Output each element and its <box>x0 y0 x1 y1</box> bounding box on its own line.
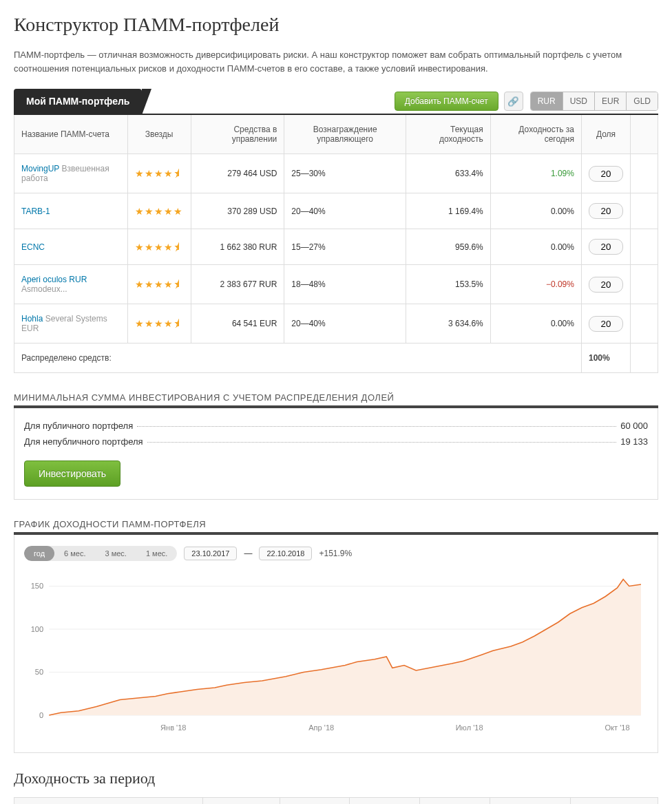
min-private-label: Для непубличного портфеля <box>24 436 143 447</box>
col-stars[interactable]: Звезды <box>127 114 191 154</box>
return-chart[interactable]: 050100150Янв '18Апр '18Июл '18Окт '18 <box>24 571 648 736</box>
add-pamm-button[interactable]: Добавить ПАММ-счет <box>395 92 498 111</box>
link-icon-button[interactable]: 🔗 <box>504 92 523 111</box>
today-cell: −0.09% <box>490 265 581 304</box>
period-col: Срок инвестирования <box>14 798 203 805</box>
fee-cell: 15—27% <box>284 229 406 265</box>
min-invest-heading: МИНИМАЛЬНАЯ СУММА ИНВЕСТИРОВАНИЯ С УЧЕТО… <box>14 392 658 403</box>
invest-box: Для публичного портфеля 60 000 Для непуб… <box>14 408 658 500</box>
stars-icon: ★★★★★ <box>135 206 183 217</box>
intro-text: ПАММ-портфель — отличная возможность див… <box>14 48 658 75</box>
fee-cell: 25—30% <box>284 154 406 193</box>
svg-text:Янв '18: Янв '18 <box>160 723 186 732</box>
date-to[interactable]: 22.10.2018 <box>259 547 312 560</box>
period-col: Сегодня <box>571 798 658 805</box>
page-title: Конструктор ПАММ-портфелей <box>14 14 658 36</box>
return-cell: 3 634.6% <box>406 304 491 343</box>
return-cell: 959.6% <box>406 229 491 265</box>
fee-cell: 20—40% <box>284 193 406 229</box>
period-1мес[interactable]: 1 мес. <box>136 546 177 561</box>
currency-usd[interactable]: USD <box>563 92 595 110</box>
svg-text:150: 150 <box>31 582 43 591</box>
funds-cell: 2 383 677 RUR <box>191 265 284 304</box>
share-input[interactable] <box>589 239 623 255</box>
fee-cell: 20—40% <box>284 304 406 343</box>
period-pills: год6 мес.3 мес.1 мес. <box>24 546 177 561</box>
return-cell: 633.4% <box>406 154 491 193</box>
currency-gld[interactable]: GLD <box>627 92 658 110</box>
col-funds[interactable]: Средства в управлении <box>191 114 284 154</box>
period-col: 6 мес. <box>280 798 350 805</box>
account-link[interactable]: ECNC <box>21 242 45 252</box>
account-link[interactable]: Hohla <box>21 314 43 324</box>
period-col: 3 мес. <box>350 798 420 805</box>
account-link[interactable]: MovingUP <box>21 164 59 173</box>
share-input[interactable] <box>589 316 623 332</box>
stars-icon: ★★★★⯨ <box>135 168 184 179</box>
col-today[interactable]: Доходность за сегодня <box>490 114 581 154</box>
table-row: ECNC ★★★★⯨1 662 380 RUR15—27%959.6%0.00% <box>14 229 658 265</box>
col-return[interactable]: Текущая доходность <box>406 114 491 154</box>
date-from[interactable]: 23.10.2017 <box>184 547 237 560</box>
share-input[interactable] <box>589 277 623 293</box>
min-public-label: Для публичного портфеля <box>24 421 133 431</box>
tab-my-portfolio[interactable]: Мой ПАММ-портфель <box>14 89 142 114</box>
col-name[interactable]: Название ПАММ-счета <box>14 114 128 154</box>
period-col: Год <box>203 798 280 805</box>
distributed-label: Распределено средств: <box>14 343 582 373</box>
svg-text:Апр '18: Апр '18 <box>308 723 334 732</box>
funds-cell: 64 541 EUR <box>191 304 284 343</box>
funds-cell: 370 289 USD <box>191 193 284 229</box>
currency-rur[interactable]: RUR <box>531 92 563 110</box>
currency-tabs: RURUSDEURGLD <box>530 92 658 111</box>
svg-text:50: 50 <box>35 668 43 677</box>
stars-icon: ★★★★⯨ <box>135 318 184 329</box>
period-3мес[interactable]: 3 мес. <box>96 546 136 561</box>
fee-cell: 18—48% <box>284 265 406 304</box>
svg-text:Июл '18: Июл '18 <box>456 723 483 732</box>
return-cell: 153.5% <box>406 265 491 304</box>
accounts-table: Название ПАММ-счета Звезды Средства в уп… <box>14 114 658 373</box>
col-share: Доля <box>581 114 630 154</box>
stars-icon: ★★★★⯨ <box>135 279 184 290</box>
period-table: Срок инвестированияГод6 мес.3 мес.1 мес.… <box>14 797 658 804</box>
col-actions <box>631 114 658 154</box>
period-col: Неделя <box>490 798 571 805</box>
chart-heading: ГРАФИК ДОХОДНОСТИ ПАММ-ПОРТФЕЛЯ <box>14 519 658 529</box>
col-fee[interactable]: Вознаграждение управляющего <box>284 114 406 154</box>
funds-cell: 1 662 380 RUR <box>191 229 284 265</box>
table-row: MovingUP Взвешенная работа★★★★⯨279 464 U… <box>14 154 658 193</box>
stars-icon: ★★★★⯨ <box>135 242 184 253</box>
today-cell: 0.00% <box>490 304 581 343</box>
svg-text:Окт '18: Окт '18 <box>605 723 629 732</box>
account-link[interactable]: Aperi oculos RUR <box>21 275 87 284</box>
distributed-total: 100% <box>581 343 630 373</box>
today-cell: 0.00% <box>490 229 581 265</box>
chart-change: +151.9% <box>319 549 352 558</box>
table-row: TARB-1 ★★★★★370 289 USD20—40%1 169.4%0.0… <box>14 193 658 229</box>
return-cell: 1 169.4% <box>406 193 491 229</box>
min-public-value: 60 000 <box>620 421 648 431</box>
account-sub: Asmodeux... <box>21 284 67 294</box>
invest-button[interactable]: Инвестировать <box>24 461 120 487</box>
table-row: Hohla Several Systems EUR★★★★⯨64 541 EUR… <box>14 304 658 343</box>
period-col: 1 мес. <box>419 798 490 805</box>
period-heading: Доходность за период <box>14 770 658 787</box>
period-6мес[interactable]: 6 мес. <box>54 546 95 561</box>
svg-text:0: 0 <box>39 711 43 719</box>
account-link[interactable]: TARB-1 <box>21 207 50 216</box>
link-icon: 🔗 <box>507 96 519 107</box>
today-cell: 0.00% <box>490 193 581 229</box>
currency-eur[interactable]: EUR <box>595 92 627 110</box>
svg-text:100: 100 <box>31 625 43 633</box>
table-row: Aperi oculos RUR Asmodeux...★★★★⯨2 383 6… <box>14 265 658 304</box>
today-cell: 1.09% <box>490 154 581 193</box>
share-input[interactable] <box>589 203 623 219</box>
period-год[interactable]: год <box>24 546 54 561</box>
funds-cell: 279 464 USD <box>191 154 284 193</box>
min-private-value: 19 133 <box>620 436 648 447</box>
share-input[interactable] <box>589 166 623 182</box>
